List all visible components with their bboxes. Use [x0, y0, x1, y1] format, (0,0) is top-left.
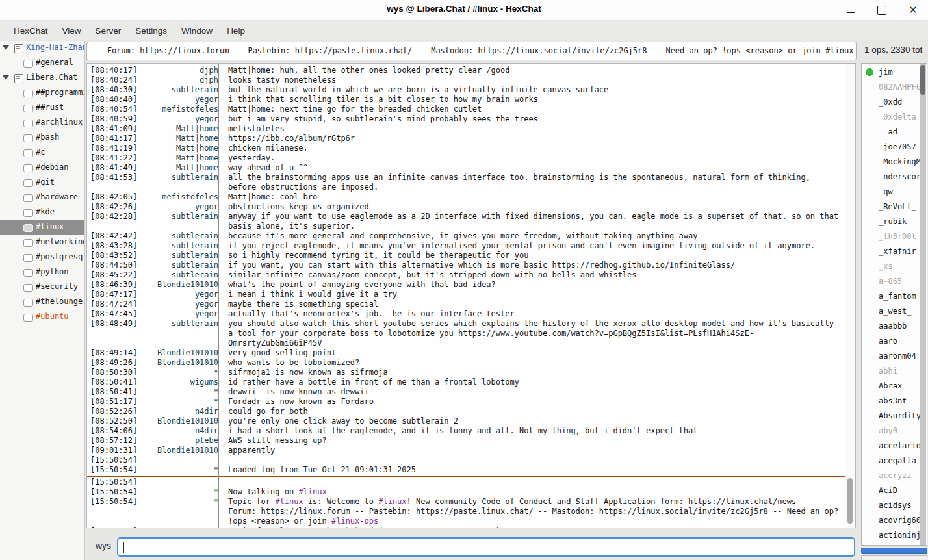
nick-column: * [140, 526, 224, 528]
user-list-item[interactable]: acidsys [862, 498, 927, 513]
menu-item-view[interactable]: View [55, 23, 88, 38]
user-list-item[interactable]: _0xdd [862, 95, 927, 110]
message-text: Matt|home: cool bro [224, 192, 855, 202]
user-list-item[interactable]: _qw [862, 185, 927, 199]
user-list-item[interactable]: _nderscor [862, 170, 927, 185]
date-text: Mon Aug 5 07:48:04 2024 [383, 526, 495, 528]
user-list-item[interactable]: acovrig60 [862, 513, 927, 528]
chat-line: [08:40:17]djphMatt|home: huh, all the ot… [87, 66, 855, 75]
chat-scrollbar[interactable] [845, 64, 855, 528]
sidebar-item-programming[interactable]: ##programming [0, 86, 84, 101]
user-nick: _xfafnir [879, 247, 916, 256]
menu-item-window[interactable]: Window [174, 23, 220, 38]
tree-item-label: #ubuntu [36, 312, 69, 321]
user-list-item[interactable]: aaro [862, 334, 927, 349]
sidebar-item-security[interactable]: #security [0, 280, 84, 295]
user-list-item[interactable]: a_west_ [862, 304, 927, 319]
user-list-item[interactable]: Absurdity [862, 409, 927, 424]
nick-column: n4dir [140, 407, 224, 416]
sidebar-item-git[interactable]: #git [0, 175, 84, 190]
user-list-item[interactable]: a-865 [862, 274, 927, 289]
nick-column: Matt|home [140, 134, 224, 144]
message-text: what's the point of annoying everyone wi… [224, 280, 855, 290]
user-list-item[interactable]: aaabbb [862, 319, 927, 334]
topic-bar[interactable]: -- Forum: https://linux.forum -- Pastebi… [86, 42, 857, 60]
user-nick: aaronm04 [879, 351, 916, 361]
channel-icon [23, 90, 33, 97]
sidebar-item-thelounge[interactable]: #thelounge [0, 295, 84, 310]
tree-server-Libera.Chat[interactable]: Libera.Chat [0, 71, 84, 86]
user-list-item[interactable]: aaronm04 [862, 349, 927, 364]
message-text: i mean i think i would give it a try [224, 290, 855, 299]
user-list-item[interactable]: jim [862, 65, 927, 80]
sidebar-item-postgresql[interactable]: #postgresql [0, 250, 84, 265]
chat-line: [08:46:39]Blondie101010what's the point … [87, 280, 855, 290]
menu-item-hexchat[interactable]: HexChat [6, 23, 55, 38]
user-list-item[interactable]: __ad [862, 125, 927, 140]
tree-item-label: #networking [36, 237, 85, 246]
user-list-item[interactable]: actioninj [862, 528, 927, 543]
sidebar-item-archlinux[interactable]: #archlinux [0, 116, 84, 131]
sidebar-item-general[interactable]: #general [0, 56, 84, 71]
chat-line: [08:50:30]*sifrmoja1 is now known as sif… [87, 368, 855, 377]
user-list-item[interactable]: aceryzz [862, 468, 927, 483]
tree-item-label: ##rust [36, 103, 64, 112]
message-input[interactable] [117, 537, 855, 557]
close-button[interactable]: ✕ [906, 3, 920, 18]
timestamp: [08:50:41] [87, 387, 140, 397]
user-list-item[interactable]: _0xdelta [862, 110, 927, 125]
message-text: so i highly recommend tyring it, it coul… [224, 251, 855, 261]
sidebar-item-python[interactable]: #python [0, 265, 84, 280]
user-nick: _ReVoLt_ [879, 202, 916, 211]
sidebar-item-bash[interactable]: #bash [0, 131, 84, 146]
user-list-item[interactable]: abs3nt [862, 394, 927, 409]
minimize-button[interactable] [844, 3, 858, 18]
user-list-item[interactable]: _ReVoLt_ [862, 199, 927, 214]
timestamp: [08:48:49] [87, 319, 140, 348]
nick-column: * [140, 397, 224, 407]
nick-column: * [140, 387, 224, 397]
user-list-item[interactable]: _xs [862, 259, 927, 274]
nick-button[interactable]: wys [96, 541, 111, 551]
sidebar-item-hardware[interactable]: #hardware [0, 190, 84, 205]
user-list-item[interactable]: acegalla- [862, 453, 927, 468]
minimize-icon [847, 12, 855, 13]
sidebar-item-rust[interactable]: ##rust [0, 101, 84, 116]
userlist-scrollbar-thumb[interactable] [920, 65, 925, 95]
maximize-button[interactable] [875, 3, 889, 18]
user-list-item[interactable]: _rubik [862, 214, 927, 229]
user-list-item[interactable]: _MockingM [862, 155, 927, 170]
user-list-item[interactable]: 082AAHPF6 [862, 80, 927, 95]
menu-item-help[interactable]: Help [220, 23, 252, 38]
chat-scrollbar-thumb[interactable] [847, 478, 853, 524]
tree-server-Xing-Hai-Zhan[interactable]: Xing-Hai-Zhan [0, 41, 84, 56]
sidebar-item-kde[interactable]: #kde [0, 205, 84, 220]
nick-column: Matt|home [140, 124, 224, 134]
nick-column: * [140, 487, 224, 497]
user-list-item[interactable]: _joe7057 [862, 140, 927, 155]
expander-icon[interactable] [3, 45, 9, 50]
sidebar-item-ubuntu[interactable]: #ubuntu [0, 310, 84, 325]
sidebar-item-linux[interactable]: #linux [0, 220, 84, 235]
channel-link: #linux [298, 487, 326, 496]
message-text: all the brainstorming apps use an infini… [224, 173, 855, 192]
user-list-item[interactable]: AciD [862, 483, 927, 498]
sidebar-item-c[interactable]: #c [0, 146, 84, 160]
user-list-item[interactable]: abhi [862, 364, 927, 379]
user-list-item[interactable]: _xfafnir [862, 244, 927, 259]
sidebar-item-networking[interactable]: #networking [0, 235, 84, 250]
sidebar-item-debian[interactable]: #debian [0, 160, 84, 175]
user-list-item[interactable]: _th3r00t [862, 229, 927, 244]
expander-icon[interactable] [3, 75, 9, 80]
channel-icon [23, 105, 33, 112]
menu-item-server[interactable]: Server [88, 23, 129, 38]
message-text: Matt|home: next time go for the breaded … [224, 105, 855, 114]
user-list-item[interactable]: a_fantom [862, 289, 927, 304]
user-list-item[interactable]: Abrax [862, 379, 927, 394]
nick-column: Matt|home [140, 153, 224, 163]
tree-item-label: #thelounge [36, 297, 83, 306]
menu-item-settings[interactable]: Settings [128, 23, 174, 38]
user-list-item[interactable]: accelario [862, 439, 927, 453]
user-list-item[interactable]: aby0 [862, 424, 927, 439]
userlist-scrollbar[interactable] [920, 64, 926, 545]
